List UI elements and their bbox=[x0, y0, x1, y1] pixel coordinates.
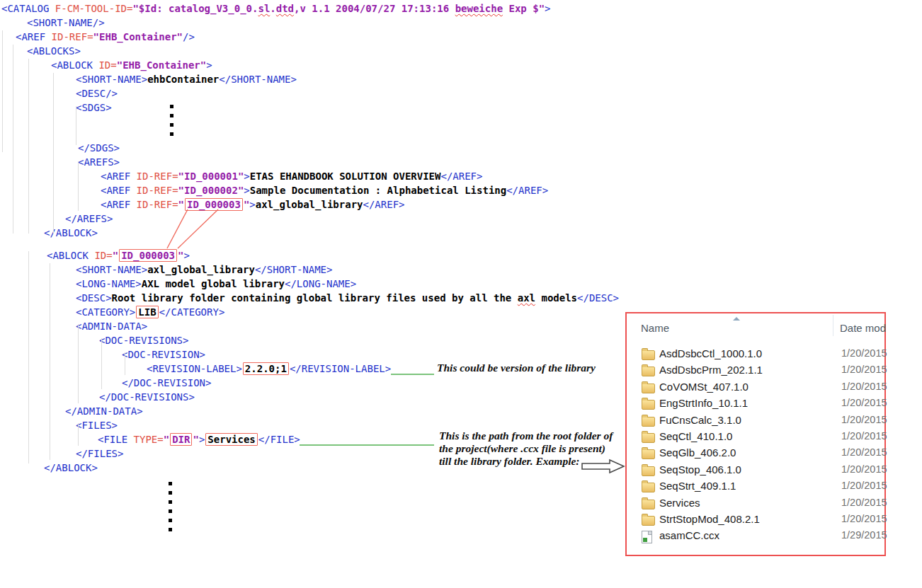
xml-tag-segment: </SDGS> bbox=[78, 142, 120, 154]
xml-tag-segment: <AREF bbox=[101, 185, 137, 196]
ellipsis-dot bbox=[169, 519, 172, 522]
xml-val-segment: ,v 1.1 2004/07/27 17:13:16 bbox=[294, 3, 455, 14]
folder-icon bbox=[642, 433, 655, 443]
folder-row[interactable]: SeqStrt_409.1.11/20/2015 bbox=[627, 478, 884, 494]
xml-tag-segment: <FILE bbox=[98, 434, 134, 445]
annotation-version-note: This could be version of the library bbox=[437, 362, 596, 374]
xml-tag-segment: </SHORT-NAME> bbox=[219, 74, 297, 85]
indent-guide bbox=[53, 73, 54, 234]
xml-tag-segment: <DESC> bbox=[76, 292, 112, 304]
xml-tag-segment: <ADMIN-DATA> bbox=[76, 321, 147, 332]
folder-row[interactable]: EngStrtInfo_10.1.11/20/2015 bbox=[627, 395, 884, 411]
xml-tag-segment: > bbox=[183, 250, 189, 261]
file-name-label: SeqStrt_409.1.1 bbox=[659, 480, 736, 492]
column-header-date-modified[interactable]: Date mod bbox=[840, 322, 886, 334]
folder-icon bbox=[642, 516, 655, 526]
folder-row[interactable]: SeqCtl_410.1.01/20/2015 bbox=[627, 428, 884, 444]
xml-code-line: <ABLOCK ID="EHB_Container"> bbox=[51, 59, 212, 72]
xml-code-line: <SHORT-NAME/> bbox=[27, 16, 105, 30]
file-name-label: Services bbox=[659, 497, 700, 509]
xml-tag-segment: </FILES> bbox=[76, 448, 123, 459]
folder-icon bbox=[642, 367, 655, 376]
folder-row[interactable]: AsdDsbcCtl_1000.1.01/20/2015 bbox=[627, 345, 884, 362]
file-row[interactable]: asamCC.ccx1/29/2015 bbox=[627, 527, 884, 543]
annotation-path-note-line2: the project(where .ccx file is present) bbox=[439, 442, 613, 455]
folder-row[interactable]: SeqStop_406.1.01/20/2015 bbox=[627, 461, 884, 478]
date-modified-label: 1/20/2015 bbox=[841, 480, 887, 491]
xml-tag-segment: <ABLOCK bbox=[51, 59, 98, 71]
folder-row[interactable]: FuCnsCalc_3.1.01/20/2015 bbox=[627, 412, 884, 428]
xml-code-line: </ABLOCK> bbox=[44, 226, 98, 240]
xml-txt-segment: axl_global_library bbox=[256, 199, 363, 210]
ellipsis-dot bbox=[170, 123, 173, 127]
xml-code-line: <SHORT-NAME>axl_global_library</SHORT-NA… bbox=[76, 263, 332, 277]
xml-txt-segment: axl bbox=[518, 292, 535, 304]
ellipsis-dot bbox=[170, 114, 173, 117]
xml-tag-segment: <SHORT-NAME/> bbox=[27, 17, 105, 28]
indent-guide bbox=[125, 352, 125, 375]
xml-code-line: </ABLOCK> bbox=[44, 461, 98, 475]
xml-code-line: <AREF ID-REF="EHB_Container"/> bbox=[16, 30, 195, 44]
folder-icon bbox=[642, 466, 655, 476]
xml-val-segment: "EHB_Container" bbox=[117, 59, 206, 71]
xml-code-line: <AREFS> bbox=[78, 156, 120, 169]
xml-code-line: <AREF ID-REF="ID_000003">axl_global_libr… bbox=[101, 198, 405, 212]
xml-tag-segment: <SHORT-NAME> bbox=[76, 74, 147, 85]
file-name-label: FuCnsCalc_3.1.0 bbox=[659, 414, 741, 426]
date-modified-label: 1/20/2015 bbox=[841, 463, 887, 475]
xml-tag-segment: </DESC> bbox=[577, 292, 619, 304]
xml-code-line: </DOC-REVISION> bbox=[122, 376, 211, 390]
xml-val-segment: Exp $" bbox=[503, 3, 545, 14]
folder-row[interactable]: CoVOMSt_407.1.01/20/2015 bbox=[627, 379, 884, 395]
indent-guide bbox=[78, 324, 79, 403]
xml-txt-segment: models bbox=[535, 292, 577, 304]
file-name-label: asamCC.ccx bbox=[659, 529, 719, 541]
column-separator[interactable] bbox=[833, 315, 833, 336]
file-name-label: AsdDsbcCtl_1000.1.0 bbox=[659, 347, 762, 359]
folder-row[interactable]: SeqGlb_406.2.01/20/2015 bbox=[627, 444, 884, 461]
example-block-arrow-icon bbox=[581, 459, 625, 474]
xml-tag-segment: > bbox=[249, 199, 255, 210]
xml-attr-segment: ID= bbox=[98, 59, 116, 71]
ellipsis-dot bbox=[169, 509, 172, 513]
xml-attr-segment: ID-REF= bbox=[137, 171, 178, 182]
xml-code-line: </ADMIN-DATA> bbox=[65, 405, 143, 418]
date-modified-label: 1/20/2015 bbox=[841, 513, 887, 524]
xml-val-segment: " bbox=[178, 199, 184, 210]
xml-tag-segment: </DOC-REVISION> bbox=[122, 377, 211, 388]
xml-attr-segment: ID-REF= bbox=[137, 185, 178, 196]
indent-guide bbox=[28, 59, 29, 234]
xml-code-line: </SDGS> bbox=[78, 142, 120, 155]
indent-guide bbox=[28, 251, 29, 463]
xml-tag-segment: <SHORT-NAME> bbox=[76, 264, 147, 275]
xml-tag-segment: <DOC-REVISIONS> bbox=[99, 335, 188, 346]
ellipsis-dot bbox=[169, 482, 172, 485]
date-modified-label: 1/20/2015 bbox=[841, 414, 887, 425]
xml-txt-segment: axl_global_library bbox=[147, 264, 255, 275]
xml-val-segment: sl bbox=[258, 3, 270, 14]
folder-row[interactable]: Services1/20/2015 bbox=[627, 495, 884, 511]
xml-tag-segment: </AREF> bbox=[363, 199, 404, 210]
xml-val-segment: . bbox=[270, 3, 275, 14]
xml-txt-segment: Services bbox=[205, 433, 257, 446]
xml-tag-segment: > bbox=[244, 171, 249, 182]
folder-row[interactable]: StrtStopMod_408.2.11/20/2015 bbox=[627, 511, 884, 527]
xml-attr-segment: F-CM-TOOL-ID= bbox=[55, 3, 133, 14]
folder-icon bbox=[642, 417, 655, 427]
date-modified-label: 1/20/2015 bbox=[841, 430, 887, 442]
xml-tag-segment: <DESC/> bbox=[76, 88, 118, 99]
column-header-name[interactable]: Name bbox=[641, 322, 669, 334]
xml-tag-segment: <LONG-NAME> bbox=[76, 278, 142, 289]
file-name-label: SeqGlb_406.2.0 bbox=[659, 446, 736, 459]
xml-tag-segment: <REVISION-LABEL> bbox=[147, 363, 242, 374]
xml-tag-segment: <DOC-REVISION> bbox=[122, 349, 205, 360]
xml-val-segment: ID_000003 bbox=[185, 198, 243, 211]
folder-row[interactable]: AsdDsbcPrm_202.1.11/20/2015 bbox=[627, 362, 884, 378]
xml-code-line: </FILES> bbox=[76, 447, 123, 461]
xml-val-segment: " bbox=[113, 250, 118, 261]
xml-tag-segment: </DOC-REVISIONS> bbox=[99, 391, 195, 403]
file-name-label: SeqCtl_410.1.0 bbox=[659, 430, 732, 442]
xml-tag-segment: > bbox=[545, 3, 550, 14]
xml-code-line: <AREF ID-REF="ID_000001">ETAS EHANDBOOK … bbox=[101, 170, 482, 183]
date-modified-label: 1/20/2015 bbox=[841, 446, 887, 458]
